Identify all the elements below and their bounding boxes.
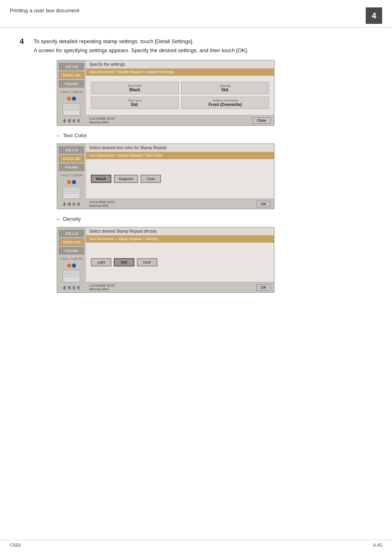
screen3-footer-time: 11/21/2006 16:07 Memory 99% [89,284,115,291]
screen3-sidebar-btn-joblist[interactable]: Job List [59,230,84,237]
screen1-breadcrumb: Use Document > Stamp Repeat > Detailed S… [86,69,274,76]
color-btn-magenta[interactable]: Magenta [114,175,138,183]
setting-text-color-value: Black [94,88,176,92]
page-header: Printing a user box document 4 [0,0,392,28]
preview-circle-blue [72,97,76,101]
step-container: 4 To specify detailed repeating stamp se… [0,28,392,308]
color-btn-cyan[interactable]: Cyan [141,175,161,183]
step-line2: A screen for specifying settings appears… [34,46,248,55]
color-buttons: Black Magenta Cyan [89,172,271,185]
preview-circle-orange [67,97,71,101]
screen3-main: Select desired Stamp Repeat density. Use… [86,227,274,292]
sub-label-text-color: Text Color [63,132,87,139]
screen2-main: Select desired text color for Stamp Repe… [86,144,274,209]
setting-pattern-label: Pattern Overwrite [184,99,266,102]
page-footer: C650 4-45 [0,540,392,548]
setting-density-value: Std. [184,88,266,92]
screen2-mockup: Job List Check Job Preview # 0x11 ☐ 100.… [57,143,274,209]
sidebar-status-icons: y▌ M▌ c▌ K▌ [59,119,84,122]
step-line1: To specify detailed repeating stamp sett… [34,37,248,46]
page-number-badge: 4 [366,7,382,24]
screen3-sidebar-status: # 0x11 ☐ 100.0% [59,257,84,261]
settings-grid: Text Color Black Density Std. Text Size … [89,80,271,111]
color-btn-black[interactable]: Black [91,175,111,183]
screen3-mockup: Job List Check Job Preview # 0x11 ☐ 100.… [57,227,274,293]
screen1-mockup: Job List Check Job Preview # 0x11 ☐ 100.… [57,60,274,126]
setting-pattern-value: Front (Overwrite) [184,102,266,107]
screen3-topbar: Select desired Stamp Repeat density. [86,227,274,236]
density-btn-light[interactable]: Light [91,258,111,266]
screen3-wrapper: Job List Check Job Preview # 0x11 ☐ 100.… [20,227,372,293]
screen2-ok-btn[interactable]: OK [256,201,271,207]
screen3-ok-btn[interactable]: OK [256,284,271,291]
sidebar-btn-checkjob[interactable]: Check Job [59,72,84,79]
setting-text-color[interactable]: Text Color Black [91,82,179,94]
screen3-footer: 11/21/2006 16:07 Memory 99% OK [86,282,274,292]
screen2-sidebar-status-icons: y▌ M▌ c▌ K▌ [59,203,84,206]
screen2-sidebar-btn-preview[interactable]: Preview [59,164,84,171]
subsection-density: – Density [57,216,372,222]
sidebar-btn-preview[interactable]: Preview [59,80,84,88]
screen2-preview-circle-blue [72,180,76,184]
screen2-preview-circle-orange [67,180,71,184]
screen3-sidebar-status-icons: y▌ M▌ c▌ K▌ [59,286,84,289]
screen2-sidebar-btn-checkjob[interactable]: Check Job [59,155,84,162]
screen2-sidebar-status: # 0x11 ☐ 100.0% [59,174,84,177]
screen1-footer-time: 11/21/2006 16:07 Memory 99% [89,117,115,124]
footer-right: 4-45 [373,543,382,548]
screen3-content: Light Std. Dark [86,243,274,282]
screen1-sidebar: Job List Check Job Preview # 0x11 ☐ 100.… [57,60,86,125]
step-row: 4 To specify detailed repeating stamp se… [20,37,372,55]
sidebar-status: # 0x11 ☐ 100.0% [59,90,84,94]
screen3-sidebar-btn-checkjob[interactable]: Check Job [59,238,84,246]
screen1-wrapper: Job List Check Job Preview # 0x11 ☐ 100.… [20,60,372,126]
dash1: – [57,132,60,139]
screen2-sidebar: Job List Check Job Preview # 0x11 ☐ 100.… [57,144,86,209]
density-buttons: Light Std. Dark [89,256,271,269]
subsection-text-color: – Text Color [57,132,372,139]
sidebar-btn-joblist[interactable]: Job List [59,63,84,70]
setting-text-size-value: Std. [94,102,176,107]
step-number: 4 [20,37,27,46]
setting-density[interactable]: Density Std. [181,82,269,94]
setting-text-size[interactable]: Text Size Std. [91,97,179,109]
screen2-topbar: Select desired text color for Stamp Repe… [86,144,274,152]
screen2-breadcrumb: Use Document > Stamp Repeat > Text Color [86,152,274,159]
density-btn-std[interactable]: Std. [114,258,134,266]
screen3-breadcrumb: Use Document > Stamp Repeat > Density [86,236,274,243]
screen1-main: Specify the settings. Use Document > Sta… [86,60,274,125]
screen2-wrapper: Job List Check Job Preview # 0x11 ☐ 100.… [20,143,372,209]
sub-label-density: Density [63,216,81,222]
screen2-footer: 11/21/2006 16:07 Memory 99% OK [86,199,274,209]
setting-pattern-overwrite[interactable]: Pattern Overwrite Front (Overwrite) [181,97,269,109]
screen3-sidebar: Job List Check Job Preview # 0x11 ☐ 100.… [57,227,86,292]
screen1-close-btn[interactable]: Close [252,117,271,124]
page-header-title: Printing a user box document [10,7,79,14]
screen1-topbar: Specify the settings. [86,60,274,69]
screen2-content: Black Magenta Cyan [86,159,274,199]
screen3-preview-circle-blue [72,264,76,268]
screen1-footer: 11/21/2006 16:07 Memory 99% Close [86,115,274,125]
screen2-sidebar-btn-joblist[interactable]: Job List [59,146,84,154]
step-text: To specify detailed repeating stamp sett… [34,37,248,55]
setting-text-size-label: Text Size [94,99,176,102]
setting-text-color-label: Text Color [94,84,176,88]
screen2-footer-time: 11/21/2006 16:07 Memory 99% [89,200,115,208]
footer-left: C650 [10,543,21,548]
screen3-sidebar-btn-preview[interactable]: Preview [59,247,84,254]
screen1-content: Text Color Black Density Std. Text Size … [86,76,274,115]
screen3-preview-circle-orange [67,264,71,268]
density-btn-dark[interactable]: Dark [137,258,157,266]
dash2: – [57,216,60,222]
setting-density-label: Density [184,84,266,88]
